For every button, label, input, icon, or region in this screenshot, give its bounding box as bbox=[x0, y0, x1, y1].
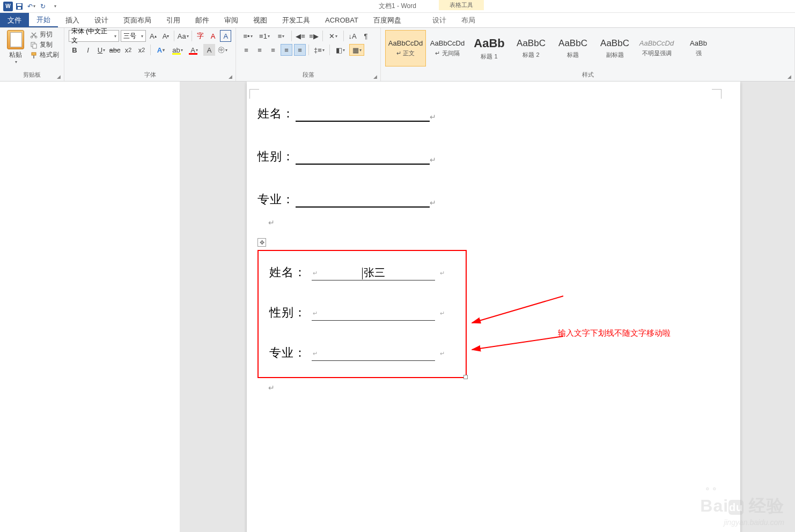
table-field-name[interactable]: 姓名： ↵ 张三 ↵ bbox=[269, 264, 455, 280]
table-cell[interactable]: ↵ ↵ bbox=[312, 306, 435, 321]
table-cell[interactable]: ↵ ↵ bbox=[312, 346, 435, 361]
multilevel-button[interactable]: ≡▾ bbox=[274, 30, 289, 42]
table-field-major[interactable]: 专业： ↵ ↵ bbox=[269, 345, 455, 361]
cell-mark-icon: ↵ bbox=[440, 350, 445, 357]
style-subtle-emphasis[interactable]: AaBbCcDd 不明显强调 bbox=[636, 30, 677, 66]
highlighted-table[interactable]: 姓名： ↵ 张三 ↵ 性别： ↵ ↵ bbox=[257, 250, 467, 378]
cell-mark-icon: ↵ bbox=[313, 270, 318, 277]
strikethrough-button[interactable]: abc bbox=[109, 44, 121, 56]
italic-button[interactable]: I bbox=[82, 44, 94, 56]
bullets-button[interactable]: ≡•▾ bbox=[240, 30, 255, 42]
clear-formatting-button[interactable]: A bbox=[208, 30, 219, 42]
numbering-button[interactable]: ≡1▾ bbox=[257, 30, 272, 42]
document-area: 姓名： ↵ 性别： ↵ 专业： ↵ ↵ ✥ bbox=[0, 82, 795, 532]
table-cell[interactable]: ↵ 张三 ↵ bbox=[312, 265, 435, 280]
paragraph-launcher[interactable]: ◢ bbox=[373, 74, 379, 79]
field-name[interactable]: 姓名： ↵ bbox=[257, 106, 730, 122]
font-size-select[interactable]: 三号▾ bbox=[121, 30, 146, 42]
table-move-handle[interactable]: ✥ bbox=[257, 238, 266, 247]
page-view[interactable]: 姓名： ↵ 性别： ↵ 专业： ↵ ↵ ✥ bbox=[180, 82, 795, 532]
tab-review[interactable]: 审阅 bbox=[217, 13, 246, 27]
show-marks-button[interactable]: ¶ bbox=[360, 30, 372, 42]
font-name-select[interactable]: 宋体 (中文正文▾ bbox=[69, 30, 119, 42]
style-title[interactable]: AaBbC 标题 bbox=[553, 30, 593, 66]
underline-button[interactable]: U▾ bbox=[95, 44, 107, 56]
watermark-logo: ⚬⚬ Baidu 经验 bbox=[700, 494, 784, 518]
underline[interactable] bbox=[296, 151, 430, 165]
line-spacing-button[interactable]: ‡≡▾ bbox=[312, 44, 327, 56]
tab-references[interactable]: 引用 bbox=[159, 13, 188, 27]
cut-button[interactable]: 剪切 bbox=[30, 30, 59, 39]
tab-baidu[interactable]: 百度网盘 bbox=[366, 13, 409, 27]
grow-font-button[interactable]: A▴ bbox=[148, 30, 159, 42]
copy-button[interactable]: 复制 bbox=[30, 40, 59, 49]
style-subtitle[interactable]: AaBbC 副标题 bbox=[594, 30, 635, 66]
char-border-button[interactable]: A bbox=[220, 30, 231, 42]
table-field-gender[interactable]: 性别： ↵ ↵ bbox=[269, 305, 455, 321]
bold-button[interactable]: B bbox=[69, 44, 80, 56]
font-launcher[interactable]: ◢ bbox=[229, 74, 234, 79]
tab-table-design[interactable]: 设计 bbox=[425, 13, 454, 27]
shrink-font-button[interactable]: A▾ bbox=[160, 30, 172, 42]
tab-insert[interactable]: 插入 bbox=[58, 13, 87, 27]
tab-mailings[interactable]: 邮件 bbox=[188, 13, 217, 27]
save-button[interactable] bbox=[14, 1, 25, 12]
svg-rect-8 bbox=[33, 55, 34, 58]
distribute-button[interactable]: ≡ bbox=[294, 44, 306, 56]
asian-spacing-button[interactable]: ✕▾ bbox=[326, 30, 341, 42]
borders-button[interactable]: ▦▾ bbox=[349, 44, 364, 56]
align-right-button[interactable]: ≡ bbox=[267, 44, 279, 56]
justify-button[interactable]: ≡ bbox=[281, 44, 292, 56]
tab-home[interactable]: 开始 bbox=[29, 13, 58, 27]
increase-indent-button[interactable]: ≡▶ bbox=[308, 30, 320, 42]
field-major[interactable]: 专业： ↵ bbox=[257, 191, 730, 208]
annotation-text: 输入文字下划线不随文字移动啦 bbox=[558, 328, 671, 338]
tab-design[interactable]: 设计 bbox=[87, 13, 116, 27]
paste-icon bbox=[7, 30, 24, 49]
group-font: 宋体 (中文正文▾ 三号▾ A▴ A▾ Aa▾ 字 A A B I U▾ abc… bbox=[64, 28, 236, 81]
para-mark-icon: ↵ bbox=[430, 198, 436, 208]
highlight-button[interactable]: ab▾ bbox=[170, 44, 185, 56]
style-strong[interactable]: AaBb 强 bbox=[678, 30, 719, 66]
qat-customize-button[interactable]: ▾ bbox=[49, 1, 60, 12]
shading-button[interactable]: ◧▾ bbox=[333, 44, 348, 56]
phonetic-guide-button[interactable]: 字 bbox=[195, 30, 206, 42]
undo-button[interactable]: ↶▾ bbox=[26, 1, 36, 12]
change-case-button[interactable]: Aa▾ bbox=[177, 30, 189, 42]
tab-table-layout[interactable]: 布局 bbox=[454, 13, 483, 27]
navigation-pane[interactable] bbox=[0, 82, 180, 532]
table-resize-handle[interactable] bbox=[463, 375, 468, 379]
clipboard-launcher[interactable]: ◢ bbox=[57, 74, 62, 79]
superscript-button[interactable]: x2 bbox=[136, 44, 148, 56]
styles-gallery[interactable]: AaBbCcDd ↵ 正文 AaBbCcDd ↵ 无间隔 AaBb 标题 1 A… bbox=[385, 30, 790, 66]
style-heading1[interactable]: AaBb 标题 1 bbox=[469, 30, 510, 66]
style-normal[interactable]: AaBbCcDd ↵ 正文 bbox=[385, 30, 426, 66]
enclose-char-button[interactable]: ㊥▾ bbox=[217, 44, 229, 56]
style-no-spacing[interactable]: AaBbCcDd ↵ 无间隔 bbox=[427, 30, 468, 66]
styles-launcher[interactable]: ◢ bbox=[787, 74, 793, 79]
tab-acrobat[interactable]: ACROBAT bbox=[318, 13, 366, 27]
sort-button[interactable]: ↓A bbox=[347, 30, 358, 42]
group-clipboard: 粘贴 ▾ 剪切 复制 格式刷 剪贴板 ◢ bbox=[0, 28, 64, 81]
style-heading2[interactable]: AaBbC 标题 2 bbox=[511, 30, 551, 66]
format-painter-button[interactable]: 格式刷 bbox=[30, 50, 59, 60]
tab-page-layout[interactable]: 页面布局 bbox=[116, 13, 159, 27]
underline[interactable] bbox=[296, 194, 430, 208]
char-shading-button[interactable]: A bbox=[203, 44, 215, 56]
para-mark-icon: ↵ bbox=[268, 383, 730, 393]
tab-view[interactable]: 视图 bbox=[246, 13, 275, 27]
align-left-button[interactable]: ≡ bbox=[240, 44, 252, 56]
paste-button[interactable]: 粘贴 ▾ bbox=[4, 30, 27, 64]
document-page[interactable]: 姓名： ↵ 性别： ↵ 专业： ↵ ↵ ✥ bbox=[247, 82, 740, 532]
tab-developer[interactable]: 开发工具 bbox=[275, 13, 318, 27]
redo-button[interactable]: ↻ bbox=[38, 1, 48, 12]
decrease-indent-button[interactable]: ◀≡ bbox=[295, 30, 306, 42]
subscript-button[interactable]: x2 bbox=[122, 44, 134, 56]
tab-file[interactable]: 文件 bbox=[0, 13, 29, 27]
text-effects-button[interactable]: A▾ bbox=[153, 44, 168, 56]
font-color-button[interactable]: A▾ bbox=[187, 44, 202, 56]
field-gender[interactable]: 性别： ↵ bbox=[257, 149, 730, 165]
align-center-button[interactable]: ≡ bbox=[254, 44, 266, 56]
underline[interactable] bbox=[296, 108, 430, 122]
entered-text: 张三 bbox=[364, 267, 385, 278]
